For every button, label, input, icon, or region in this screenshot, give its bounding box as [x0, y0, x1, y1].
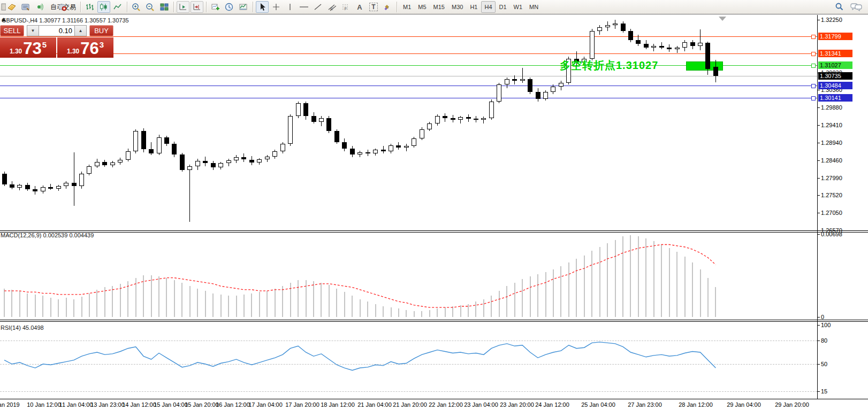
price-tick	[817, 195, 820, 196]
pivot-annotation-text[interactable]: 多空转折点1.31027	[560, 58, 658, 73]
sell-price-display[interactable]: 1.30 73 5	[0, 37, 56, 58]
level-price-label: 1.30484	[818, 82, 852, 89]
current-price-label: 1.30735	[818, 72, 852, 80]
price-tick	[817, 213, 820, 213]
buy-price-display[interactable]: 1.30 76 3	[57, 37, 113, 58]
price-tick	[817, 160, 820, 161]
volume-input[interactable]: 0.10	[39, 25, 74, 36]
sell-price-big: 73	[23, 41, 41, 57]
sell-price-prefix: 1.30	[10, 48, 22, 55]
mt4-window: 自动交易 ▾	[0, 0, 868, 410]
rsi-tick	[817, 391, 820, 392]
volume-spinner: ▼ 0.10 ▲	[27, 25, 87, 36]
price-tick-label: 1.27050	[821, 210, 842, 216]
toolbar-right-group	[833, 1, 863, 13]
volume-decrease-button[interactable]: ▼	[27, 25, 39, 36]
search-button[interactable]	[833, 1, 846, 13]
buy-price-big: 76	[80, 41, 98, 57]
volume-increase-button[interactable]: ▲	[74, 25, 87, 36]
rsi-tick	[817, 364, 820, 365]
rsi-tick	[817, 325, 820, 326]
rsi-axis-label: 50	[821, 361, 827, 367]
level-price-label: 1.31027	[818, 61, 852, 69]
search-icon	[834, 2, 844, 12]
macd-zero-label: 0	[821, 314, 824, 320]
level-price-label: 1.31799	[818, 33, 852, 40]
price-tick-label: 1.29880	[821, 104, 842, 111]
level-price-label: 1.31341	[818, 50, 852, 57]
price-tick	[817, 107, 820, 108]
price-tick	[817, 125, 820, 126]
one-click-trading-panel: SELL ▼ 0.10 ▲ BUY 1.30 73 5 1.30 76 3	[0, 25, 113, 58]
rsi-axis-label: 15	[821, 388, 827, 394]
chat-bubbles-icon	[850, 2, 862, 12]
price-tick-label: 1.27520	[821, 192, 842, 198]
level-price-label: 1.30141	[818, 94, 852, 102]
sell-price-pip: 5	[42, 40, 47, 49]
sell-button[interactable]: SELL	[0, 25, 24, 36]
indicator-lines-layer	[0, 0, 817, 410]
price-tick	[817, 143, 820, 143]
rsi-tick	[817, 341, 820, 341]
price-tick	[817, 90, 820, 90]
price-tick	[817, 230, 820, 231]
buy-price-prefix: 1.30	[67, 48, 79, 55]
price-tick	[817, 20, 820, 20]
price-tick-label: 1.32250	[821, 17, 842, 23]
price-tick-label: 1.27990	[821, 175, 842, 181]
price-tick-label: 1.28940	[821, 140, 842, 146]
price-tick-label: 1.28460	[821, 157, 842, 164]
macd-signal-line	[4, 245, 715, 308]
rsi-axis-label: 80	[821, 337, 827, 344]
price-tick-label: 1.29410	[821, 122, 842, 128]
rsi-line	[4, 342, 715, 370]
buy-price-pip: 3	[100, 40, 104, 49]
chat-button[interactable]	[850, 1, 863, 13]
macd-tick	[817, 234, 820, 235]
buy-button[interactable]: BUY	[89, 25, 113, 36]
rsi-axis-label: 100	[821, 322, 831, 328]
macd-tick	[817, 317, 820, 318]
price-tick	[817, 178, 820, 179]
macd-max-label: 0.00698	[821, 231, 842, 237]
